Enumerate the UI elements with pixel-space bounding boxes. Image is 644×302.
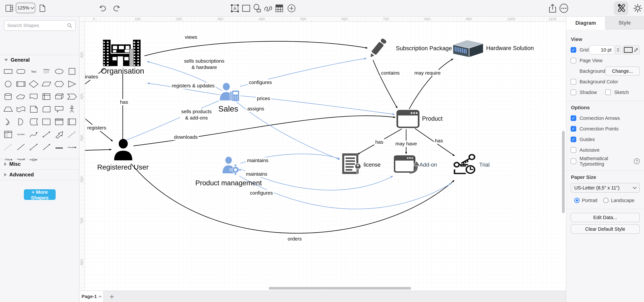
shape-step[interactable] (66, 92, 78, 102)
paper-size-select[interactable]: US-Letter (8,5" x 11") (570, 183, 640, 193)
connection-arrows-checkbox[interactable]: ✓ (570, 115, 576, 121)
node-license[interactable] (341, 152, 363, 175)
shape-vertical-container[interactable]: Vertical Container (53, 117, 66, 127)
node-label-product[interactable]: Product (422, 115, 442, 122)
edge-label-registers-updates[interactable]: registers & updates (171, 83, 216, 89)
shape-hexagon[interactable] (53, 79, 66, 89)
page-tab[interactable]: Page-1 (80, 291, 103, 302)
edge-label-has-organisation[interactable]: has (119, 99, 129, 105)
shape-rectangle[interactable] (2, 66, 14, 77)
shape-square[interactable] (66, 66, 78, 77)
node-label-trial[interactable]: Trial (479, 162, 490, 168)
shape-dotted-line[interactable] (2, 142, 14, 152)
shape-heading[interactable]: Heading (40, 66, 53, 77)
section-advanced[interactable]: Advanced (0, 169, 79, 180)
node-label-license[interactable]: license (364, 162, 381, 168)
shape-parallelogram[interactable] (40, 79, 53, 89)
shape-process[interactable] (14, 79, 27, 89)
shape-line[interactable] (14, 142, 27, 152)
search-shapes-box[interactable] (4, 20, 76, 31)
edge-label-has-trial[interactable]: has (434, 138, 444, 144)
more-options-icon[interactable] (559, 4, 568, 13)
shape-cube[interactable] (53, 92, 66, 102)
shape-and[interactable] (14, 117, 27, 127)
tab-style[interactable]: Style (606, 17, 644, 30)
horizontal-scrollbar[interactable] (269, 287, 411, 289)
shape-arrow[interactable] (53, 129, 66, 140)
edge-label-prices[interactable]: prices (256, 95, 271, 102)
grid-checkbox[interactable]: ✓ (570, 47, 576, 53)
shape-list[interactable]: ListItem 1Item 2Item 3 (2, 129, 14, 140)
sketch-checkbox[interactable] (605, 90, 611, 95)
shape-directional-connector[interactable] (40, 142, 53, 152)
shape-link[interactable] (53, 142, 66, 152)
edge-label-contains[interactable]: contains (380, 70, 401, 76)
autosave-checkbox[interactable] (570, 147, 576, 153)
shape-ellipse[interactable] (53, 66, 66, 77)
node-label-organisation[interactable]: Organisation (101, 67, 144, 75)
shape-callout[interactable] (53, 104, 66, 114)
node-product-management[interactable] (220, 157, 242, 177)
node-subscription-package[interactable] (365, 37, 390, 60)
tab-diagram[interactable]: Diagram (566, 17, 606, 30)
section-misc[interactable]: Misc (0, 159, 79, 169)
shape-curve[interactable] (27, 129, 40, 140)
shape-list-item[interactable]: List Item (14, 129, 27, 140)
shape-card[interactable] (40, 104, 53, 114)
node-label-subscription-package[interactable]: Subscription Package (396, 45, 452, 52)
shape-cloud[interactable] (14, 92, 27, 102)
shape-actor[interactable] (66, 104, 78, 114)
shape-internal-storage[interactable] (40, 92, 53, 102)
shape-note[interactable] (27, 104, 40, 114)
edge-label-maintains-license[interactable]: maintains (246, 157, 269, 164)
table-tool-icon[interactable] (275, 4, 284, 13)
node-label-product-management[interactable]: Product management (195, 179, 262, 187)
diagram-canvas[interactable]: 010020030040050060070080090010001100 300… (80, 17, 566, 290)
zoom-select[interactable]: 125% (16, 3, 35, 13)
node-registered-user[interactable] (111, 139, 136, 161)
freehand-tool-icon[interactable] (264, 4, 273, 13)
shape-circle[interactable] (2, 79, 14, 89)
shape-triangle[interactable] (66, 79, 78, 89)
edge-label-downloads[interactable]: downloads (173, 134, 198, 140)
toggle-sidebar-icon[interactable] (5, 4, 14, 13)
guides-checkbox[interactable]: ✓ (570, 137, 576, 142)
edge-label-has-license[interactable]: has (374, 139, 384, 145)
math-typesetting-checkbox[interactable] (570, 158, 576, 164)
grid-size-stepper[interactable] (615, 46, 621, 54)
shape-document[interactable] (27, 92, 40, 102)
shape-trapezoid[interactable] (2, 104, 14, 114)
undo-icon[interactable] (99, 4, 108, 13)
share-icon[interactable] (548, 4, 557, 13)
edge-label-registers[interactable]: registers (86, 125, 107, 131)
shape-container[interactable] (40, 117, 53, 127)
edge-label-sells-subscriptions[interactable]: sells subscriptions & hardware (183, 58, 225, 70)
vertical-scrollbar[interactable] (562, 131, 565, 213)
background-color-checkbox[interactable] (570, 79, 576, 85)
rectangle-tool-icon[interactable] (242, 4, 251, 13)
edge-label-maintains-addon[interactable]: maintains (245, 171, 268, 177)
node-label-add-on[interactable]: Add-on (420, 162, 437, 168)
edge-label-may-require[interactable]: may require (414, 70, 442, 76)
grid-color-button[interactable] (622, 46, 640, 54)
shape-label-arrow[interactable]: Label (66, 142, 78, 152)
shape-diamond[interactable] (27, 79, 40, 89)
shape-rounded-rectangle[interactable] (14, 66, 27, 77)
shapes-tool-icon[interactable] (252, 4, 262, 13)
shape-dashed-line[interactable] (66, 129, 78, 140)
shape-bidirectional-arrow[interactable] (40, 129, 53, 140)
shape-bidirectional-connector[interactable] (27, 142, 40, 152)
shape-cylinder[interactable] (2, 92, 14, 102)
grid-size-input[interactable]: 10 pt (589, 46, 614, 54)
landscape-radio[interactable] (603, 198, 608, 203)
text-tool-icon[interactable]: A (230, 4, 240, 13)
node-label-hardware-solution[interactable]: Hardware Solution (486, 45, 534, 51)
page-outline-icon[interactable] (38, 4, 47, 13)
clear-default-style-button[interactable]: Clear Default Style (570, 224, 640, 234)
background-change-button[interactable]: Change... (605, 67, 640, 76)
shape-text[interactable]: Text (27, 66, 40, 77)
shadow-checkbox[interactable] (570, 90, 576, 95)
add-page-button[interactable]: + (108, 292, 116, 301)
shape-or[interactable] (2, 117, 14, 127)
more-shapes-button[interactable]: + More Shapes (24, 189, 56, 200)
